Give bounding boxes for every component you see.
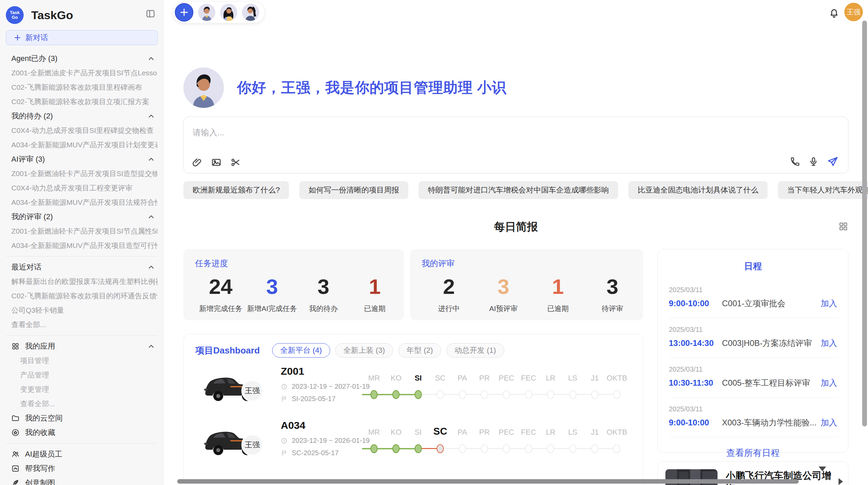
microphone-icon[interactable]	[808, 157, 819, 167]
sidebar-item-task[interactable]: Z001-全新燃油轻卡产品开发项目SI造型提交物评审	[6, 166, 157, 181]
suggestion-chip[interactable]: 欧洲新规最近颁布了什么?	[183, 181, 289, 199]
filter-pill[interactable]: 年型 (2)	[398, 343, 441, 358]
milestone-dot	[569, 390, 576, 399]
topbar: 王强	[164, 0, 868, 24]
join-meeting-link[interactable]: 加入	[821, 377, 837, 388]
suggestion-chip[interactable]: 比亚迪全固态电池计划具体说了什么	[628, 181, 768, 199]
sidebar-item-app[interactable]: 查看全部...	[6, 397, 157, 411]
phone-call-icon[interactable]	[790, 157, 800, 167]
logo-line-2: Go	[12, 15, 18, 20]
join-meeting-link[interactable]: 加入	[821, 298, 837, 309]
sidebar-tool-write[interactable]: 帮我写作	[6, 461, 157, 476]
sidebar-item-task[interactable]: A034-全新新能源MUV产品开发项目造型可行性评审	[6, 238, 157, 253]
sidebar-item-task[interactable]: C02-飞腾新能源轻客改款项目里程碑画布	[6, 80, 157, 95]
milestone-tag-text: SC-2025-05-17	[292, 449, 339, 457]
sidebar-tool-users[interactable]: AI超级员工	[6, 447, 157, 461]
filter-pill[interactable]: 动总开发 (1)	[446, 343, 504, 358]
sidebar-item-app[interactable]: 项目管理	[6, 353, 157, 368]
agent-avatar-1[interactable]	[198, 4, 215, 21]
section-title: 我的评审 (2)	[11, 212, 53, 222]
event-date: 2025/03/11	[669, 405, 837, 413]
scroll-down-arrow[interactable]	[819, 467, 826, 471]
scroll-right-arrow[interactable]	[839, 478, 843, 485]
suggestion-chip[interactable]: 当下年轻人对汽车外观有怎样的喜好趋势	[778, 181, 868, 199]
sidebar-item-task[interactable]: A034-全新新能源MUV产品开发项目计划变更表编写	[6, 138, 157, 152]
sidebar-section-header[interactable]: 我的评审 (2)	[6, 210, 157, 224]
suggestion-chip[interactable]: 特朗普可能对进口汽车增税会对中国车企造成哪些影响	[419, 181, 618, 199]
new-chat-button[interactable]: 新对话	[6, 30, 158, 45]
stat-item: 1已逾期	[531, 274, 585, 313]
screenshot-icon[interactable]	[230, 157, 241, 167]
message-composer[interactable]: 请输入...	[183, 116, 848, 173]
milestone-label: J1	[591, 374, 599, 383]
filter-pill[interactable]: 全新上装 (3)	[335, 343, 393, 358]
horizontal-scrollbar[interactable]	[177, 479, 799, 484]
send-icon[interactable]	[827, 156, 839, 167]
milestone-dot	[591, 390, 599, 399]
milestone-dot	[547, 444, 554, 453]
milestone-dot	[393, 390, 400, 399]
notification-bell-icon[interactable]	[829, 8, 839, 18]
layout-grid-icon[interactable]	[838, 221, 848, 232]
stat-item: 3待评审	[585, 274, 640, 313]
project-milestone-tag: SC-2025-05-17	[281, 449, 339, 457]
sidebar-item-recent-chat[interactable]: 公司Q3轻卡销量	[6, 303, 157, 318]
sidebar-section-header[interactable]: Agent已办 (3)	[6, 51, 157, 66]
stat-value: 2	[422, 274, 476, 299]
sidebar-section-header[interactable]: AI评审 (3)	[6, 152, 157, 166]
sidebar-item-folder[interactable]: 我的云空间	[6, 411, 157, 425]
milestone-stepper: MRKOSISCPAPRPECFECLRLSJ1OKTB	[362, 421, 633, 459]
stat-value: 24	[195, 274, 246, 299]
agent-avatar-2[interactable]	[220, 4, 237, 21]
milestone-label: SI	[414, 374, 422, 383]
sidebar-tool-label: 帮我写作	[25, 463, 55, 474]
sidebar-collapse-icon[interactable]	[146, 9, 155, 18]
add-agent-button[interactable]	[175, 3, 193, 22]
suggestion-chip[interactable]: 如何写一份清晰的项目周报	[299, 181, 408, 199]
view-all-schedule-link[interactable]: 查看所有日程	[669, 447, 837, 459]
event-title: C003|H0B-方案冻结评审	[722, 338, 821, 349]
milestone-label: OKTB	[606, 428, 627, 437]
sidebar-item-app[interactable]: 变更管理	[6, 382, 157, 397]
sidebar-item-task[interactable]: C0X4-动力总成开发项目SI里程碑提交物检查	[6, 123, 157, 138]
join-meeting-link[interactable]: 加入	[821, 338, 837, 349]
sidebar-item-star[interactable]: 我的收藏	[6, 425, 157, 440]
sidebar-item-task[interactable]: C02-飞腾新能源轻客改款项目立项汇报方案	[6, 95, 157, 109]
image-upload-icon[interactable]	[211, 157, 221, 167]
sidebar-section-header[interactable]: 我的待办 (2)	[6, 109, 157, 123]
event-time: 9:00-10:00	[669, 418, 722, 427]
milestone-label: LR	[546, 428, 555, 437]
sidebar-item-recent-chat[interactable]: 查看全部...	[6, 318, 157, 332]
event-title: X003-车辆动力学性能验...	[722, 417, 821, 428]
chev-up-icon	[147, 155, 155, 163]
sidebar-item-task[interactable]: Z001-全新燃油轻卡产品开发项目SI节点属性5D文件评审	[6, 224, 157, 238]
new-chat-label: 新对话	[25, 33, 48, 43]
sidebar-item-task[interactable]: Z001-全新燃油皮卡产品开发项目SI节点Lesson Learn报告	[6, 66, 157, 80]
project-row: 王强Z0012023-12-19 ~ 2027-01-19SI-2025-05-…	[184, 363, 643, 411]
agent-avatar-3[interactable]	[242, 4, 259, 21]
milestone-dot	[613, 444, 620, 453]
section-title: 我的待办 (2)	[11, 111, 53, 121]
milestone-label: LS	[568, 374, 577, 383]
sidebar-item-task[interactable]: C0X4-动力总成开发项目工程变更评审	[6, 181, 157, 195]
event-time: 13:00-14:30	[669, 338, 722, 348]
user-avatar[interactable]: 王强	[844, 3, 863, 21]
sidebar-item-task[interactable]: A034-全新新能源MUV产品开发项目法规符合性评审	[6, 195, 157, 210]
join-meeting-link[interactable]: 加入	[821, 417, 837, 428]
daily-brief-title: 每日简报	[183, 219, 848, 234]
vertical-scrollbar[interactable]	[862, 21, 867, 426]
clock-icon	[281, 383, 288, 390]
event-row: 10:30-11:30C005-整车工程目标评审加入	[669, 377, 837, 388]
attachment-icon[interactable]	[192, 157, 202, 167]
sidebar-item-recent-chat[interactable]: 解释最新出台的欧盟报废车法规再生塑料比例被调至15%...	[6, 274, 157, 289]
project-date-range: 2023-12-19 ~ 2027-01-19	[281, 383, 370, 390]
logo-row: Task Go TaskGo	[6, 0, 157, 30]
sidebar-tool-feather[interactable]: 创意制图	[6, 476, 157, 485]
sidebar-item-recent-chat[interactable]: C02-飞腾新能源轻客改款项目的闭环通告反馈情况	[6, 289, 157, 303]
sidebar-section-header[interactable]: 我的应用	[6, 339, 157, 353]
sidebar-list: Agent已办 (3)Z001-全新燃油皮卡产品开发项目SI节点Lesson L…	[6, 51, 157, 485]
filter-pill[interactable]: 全新平台 (4)	[272, 343, 330, 358]
sidebar-section-header[interactable]: 最近对话	[6, 260, 157, 274]
section-header-left: AI评审 (3)	[11, 154, 45, 164]
sidebar-item-app[interactable]: 产品管理	[6, 368, 157, 382]
